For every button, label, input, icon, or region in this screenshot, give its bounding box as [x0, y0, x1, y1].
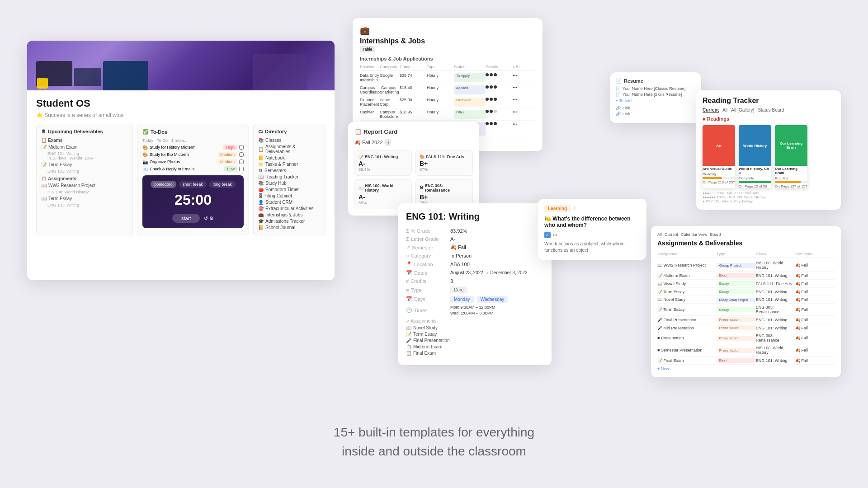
student-os-subtitle: ⭐ Success is a series of small wins [36, 112, 326, 118]
card-learning: Learning 1 🍋 What's the difference betwe… [538, 199, 646, 260]
assign-item-1: 📖 WW2 Research Project [41, 183, 128, 188]
todo-item-3: 📷 Organize Photos Medium [142, 159, 244, 164]
card-resume: 📄 Resume 📄 Your Name Here [Classic Resum… [610, 72, 701, 123]
bottom-text: 15+ built-in templates for everything in… [0, 423, 868, 461]
table-row: Cashier Campus Bookstore $18.95 Hourly O… [360, 108, 535, 121]
assign-row: 📝 Term Essay Essay ENG 101: Writing 🍂 Fa… [657, 288, 835, 296]
learning-answer: Who functions as a subject, while whom f… [544, 241, 640, 253]
add-new-assignment[interactable]: + New [657, 366, 835, 371]
assign-row: ■ Semester Presentation Presentation HIS… [657, 344, 835, 357]
assignments-label: 📋 Assignments [41, 176, 128, 181]
page-container: Student OS ⭐ Success is a series of smal… [0, 0, 868, 488]
reading-title: Reading Tracker [703, 97, 835, 105]
assign-row: 📖 WW2 Research Project Group Project HIS… [657, 259, 835, 272]
learning-header: Learning 1 [544, 205, 640, 212]
assign-table-header: Assignment Type Class Semester [657, 250, 835, 258]
todo-checkbox-1[interactable] [239, 145, 244, 150]
internships-icon-row: 💼 [360, 25, 535, 35]
table-row: Finance Placement Acme Corp $25.00 Hourl… [360, 96, 535, 108]
internships-table-header: Position Company Comp. Type Status Prior… [360, 63, 535, 71]
reading-tabs: Current All All [Gallery] Status Board [703, 108, 835, 113]
view-tabs: Table [360, 46, 535, 52]
card-assignments: All Current Calendar View Board Assignme… [651, 226, 841, 377]
report-item: 📝ENG 101: Writing A- 88.4% [354, 150, 412, 176]
assign-row: 🎤 Mid Presentation Presentation ENG 101:… [657, 324, 835, 332]
book-2: World History World History, Ch 3 Comple… [739, 125, 771, 188]
report-card-title: 📋 Report Card [354, 128, 473, 135]
assign-row: 📝 Midterm Exam Exam ENG 101: Writing 🍂 F… [657, 272, 835, 280]
assign-row: 📖 Novel Study Essay Group Project ENG 10… [657, 296, 835, 304]
learning-question: 🍋 What's the difference between who and … [544, 216, 640, 228]
pomodoro-tabs: pomodoro short break long break [148, 181, 238, 188]
book-1: Art Art: Visual Guide Reading On Page 21… [703, 125, 735, 188]
pomodoro-timer: pomodoro short break long break 25:00 st… [142, 175, 244, 228]
todo-item-2: 🎨 Study for Bio Midterm Medium [142, 152, 244, 157]
book-3: Our Learning Brain Our Learning Brain Re… [775, 125, 807, 188]
hero-image [27, 41, 335, 90]
todo-item-1: 🎨 Study for History Midterm High [142, 145, 244, 150]
assign-row: ■ Presentation Presentation ENG 303: Ren… [657, 332, 835, 344]
exam-item-2: 📝 Term Essay [41, 162, 128, 167]
todo-checkbox-3[interactable] [239, 160, 244, 164]
eng-assignments: ↗ Assignments 📖Novel Study 📝Term Essay 🎤… [406, 319, 543, 356]
assign-title: Assignments & Deliverables [657, 239, 835, 247]
readings-label: ■ Readings [703, 116, 835, 122]
assign-row: 🎤 Final Presentation Presentation ENG 10… [657, 316, 835, 324]
directory-section: 🗂 Directory 📚Classes 📋Assignments & Deli… [253, 124, 326, 236]
report-item: 🎨FALS 111: Fine Arts B+ 87% [415, 150, 473, 176]
report-semester: 🍂 Fall 2022 4 [354, 139, 473, 146]
assign-row: 📝 Final Exam Exam ENG 101: Writing 🍂 Fal… [657, 357, 835, 365]
assign-item-2: 📖 Term Essay [41, 196, 128, 201]
assign-view-tabs: All Current Calendar View Board [657, 232, 835, 237]
eng-title: ENG 101: Writing [406, 211, 543, 222]
os-content: Student OS ⭐ Success is a series of smal… [27, 90, 335, 248]
timer-display: 25:00 [148, 192, 238, 208]
table-row: Data Entry Internship Google $25.74 Hour… [360, 72, 535, 84]
briefcase-icon: 💼 [360, 25, 370, 35]
todos-section: ✅ To-Dos Today To-Do 1 more... 🎨 Study f… [137, 124, 249, 236]
internships-title: Internships & Jobs [360, 37, 535, 45]
internships-section-label: Internships & Job Applications [360, 56, 535, 61]
cards-area: Student OS ⭐ Success is a series of smal… [27, 18, 841, 425]
reading-class-list: ●●●○○○ 83% · FALS 111: Fine Arts ●●●●●● … [703, 191, 835, 203]
start-button[interactable]: start [172, 214, 200, 223]
upcoming-title: 🗓 Upcoming Deliverables [41, 129, 128, 134]
student-os-title: Student OS [36, 98, 326, 109]
todo-item-4: 📧 Check & Reply to Emails Low [142, 166, 244, 172]
todo-checkbox-2[interactable] [239, 152, 244, 157]
card-report: 📋 Report Card 🍂 Fall 2022 4 📝ENG 101: Wr… [348, 122, 479, 216]
table-row: Campus Coordinator Campus Marketing $18.… [360, 84, 535, 96]
book-covers: Art Art: Visual Guide Reading On Page 21… [703, 125, 835, 188]
assign-row: 📝 Term Essay Essay ENG 303: Renaissance … [657, 304, 835, 316]
todos-title: ✅ To-Dos [142, 129, 244, 135]
exams-label: 📋 Exams [41, 138, 128, 143]
report-grid: 📝ENG 101: Writing A- 88.4% 🎨FALS 111: Fi… [354, 150, 473, 209]
card-student-os: Student OS ⭐ Success is a series of smal… [27, 41, 335, 280]
directory-title: 🗂 Directory [258, 129, 321, 134]
exam-item-1: 📝 Midterm Exam [41, 145, 128, 150]
assign-row: 📊 Visual Study Essay FALS 111: Fine Arts… [657, 280, 835, 288]
add-to-resume[interactable]: + To Add [616, 99, 695, 103]
os-sections: 🗓 Upcoming Deliverables 📋 Exams 📝 Midter… [36, 124, 326, 236]
resume-title: 📄 Resume [616, 78, 695, 84]
card-reading: Reading Tracker Current All All [Gallery… [696, 90, 841, 210]
check-icon: ✓ [544, 232, 551, 238]
card-eng-writing: ENG 101: Writing Σ % Grade 83.92% Σ Lett… [398, 203, 552, 365]
upcoming-deliverables: 🗓 Upcoming Deliverables 📋 Exams 📝 Midter… [36, 124, 133, 236]
todo-checkbox-4[interactable] [239, 167, 244, 171]
